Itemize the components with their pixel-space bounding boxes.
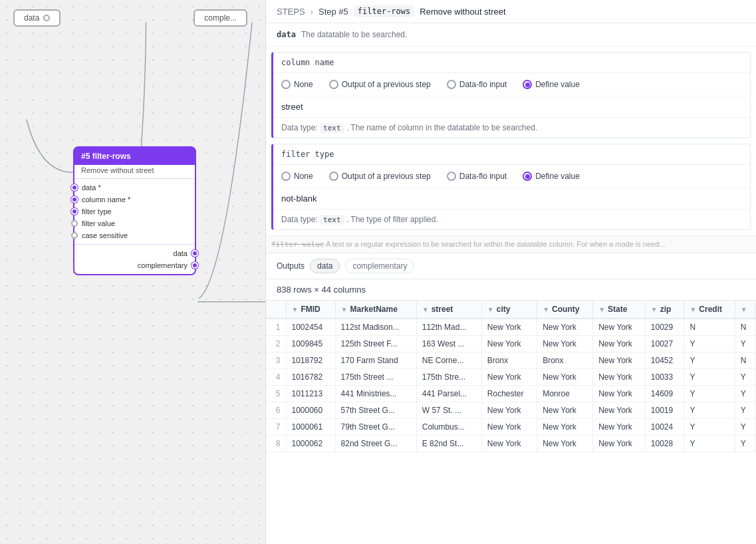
data-description: The datatable to be searched. [301, 30, 407, 39]
filter-icon-credit[interactable]: ▼ [690, 306, 696, 313]
cell-street: 175th Stre... [416, 369, 481, 386]
cell-credit: N [684, 319, 735, 336]
cell-zip: 10024 [645, 419, 684, 436]
filter-type-radio-group: None Output of a previous step Data-flo … [273, 165, 750, 188]
input-dot-filter-value [71, 220, 78, 227]
cell-state: New York [593, 369, 646, 386]
input-filter-value[interactable]: filter value [74, 217, 195, 229]
radio-dataflo-ft[interactable]: Data-flo input [447, 172, 507, 181]
radio-circle-dataflo-ft [447, 172, 456, 181]
radio-none-ft[interactable]: None [281, 172, 313, 181]
radio-circle-define-ft [523, 172, 532, 181]
cell-fmid: 1000060 [286, 402, 335, 419]
filter-icon-marketname[interactable]: ▼ [341, 306, 348, 313]
filter-type-desc: Data type: text . The type of filter app… [273, 209, 750, 229]
col-header-rownum [266, 301, 286, 319]
cell-state: New York [593, 436, 646, 452]
column-name-input[interactable] [273, 96, 750, 118]
col-header-extra[interactable]: ▼ [735, 301, 755, 319]
cell-rownum: 7 [266, 419, 286, 436]
cell-extra: Y [735, 386, 755, 402]
filter-rows-node[interactable]: #5 filter-rows Remove without street dat… [73, 146, 196, 275]
col-header-credit[interactable]: ▼ Credit [684, 301, 735, 319]
cell-rownum: 1 [266, 319, 286, 336]
data-label-row: data The datatable to be searched. [266, 23, 756, 47]
radio-dataflo-col[interactable]: Data-flo input [447, 80, 507, 89]
col-header-street[interactable]: ▼ street [416, 301, 481, 319]
output-dot-data [191, 250, 198, 257]
cell-city: New York [481, 402, 537, 419]
cell-fmid: 1002454 [286, 319, 335, 336]
output-data[interactable]: data [74, 247, 195, 259]
output-tab-complementary[interactable]: complementary [345, 259, 414, 273]
input-case-sensitive[interactable]: case sensitive [74, 229, 195, 241]
radio-define-ft[interactable]: Define value [523, 172, 580, 181]
output-tab-data[interactable]: data [310, 259, 340, 273]
col-header-county[interactable]: ▼ County [537, 301, 593, 319]
cell-city: Rochester [481, 386, 537, 402]
filter-icon-state[interactable]: ▼ [598, 306, 605, 313]
cell-city: New York [481, 436, 537, 452]
data-table: ▼ FMID ▼ MarketName ▼ street [266, 301, 756, 452]
cell-county: Monroe [537, 386, 593, 402]
cell-street: 163 West ... [416, 336, 481, 352]
cell-county: New York [537, 319, 593, 336]
cell-state: New York [593, 419, 646, 436]
cell-state: New York [593, 402, 646, 419]
filter-icon-zip[interactable]: ▼ [651, 306, 658, 313]
input-column-name[interactable]: column name * [74, 194, 195, 205]
cell-city: New York [481, 336, 537, 352]
cell-street: NE Corne... [416, 352, 481, 369]
filter-value-partial: filter value A text or a regular express… [266, 235, 756, 253]
cell-county: New York [537, 436, 593, 452]
cell-extra: N [735, 319, 755, 336]
comple-node[interactable]: comple... [193, 9, 247, 27]
filter-icon-city[interactable]: ▼ [487, 306, 494, 313]
filter-icon-extra[interactable]: ▼ [741, 306, 747, 313]
col-header-marketname[interactable]: ▼ MarketName [335, 301, 416, 319]
filter-type-input[interactable] [273, 188, 750, 209]
table-stats: 838 rows × 44 columns [266, 279, 756, 301]
data-node-dot [43, 15, 50, 21]
radio-define-col[interactable]: Define value [523, 80, 580, 89]
cell-marketname: 79th Street G... [335, 419, 416, 436]
table-area[interactable]: 838 rows × 44 columns ▼ FMID ▼ MarketNam [266, 279, 756, 544]
col-header-fmid[interactable]: ▼ FMID [286, 301, 335, 319]
col-header-state[interactable]: ▼ State [593, 301, 646, 319]
cell-extra: Y [735, 336, 755, 352]
cell-street: 441 Parsel... [416, 386, 481, 402]
cell-marketname: 170 Farm Stand [335, 352, 416, 369]
cell-zip: 10027 [645, 336, 684, 352]
table-row: 2 1009845 125th Street F... 163 West ...… [266, 336, 756, 352]
radio-none-col[interactable]: None [281, 80, 313, 89]
cell-state: New York [593, 386, 646, 402]
input-dot-case [71, 232, 78, 239]
cell-marketname: 57th Street G... [335, 402, 416, 419]
cell-zip: 10029 [645, 319, 684, 336]
table-row: 3 1018792 170 Farm Stand NE Corne... Bro… [266, 352, 756, 369]
cell-street: Columbus... [416, 419, 481, 436]
cell-city: New York [481, 319, 537, 336]
filter-icon-street[interactable]: ▼ [422, 306, 429, 313]
data-node[interactable]: data [13, 9, 61, 27]
step-number: Step #5 [318, 7, 348, 17]
filter-icon-county[interactable]: ▼ [543, 306, 549, 313]
col-header-zip[interactable]: ▼ zip [645, 301, 684, 319]
cell-extra: Y [735, 369, 755, 386]
output-complementary[interactable]: complementary [74, 259, 195, 271]
right-panel: STEPS › Step #5 filter-rows Remove witho… [266, 0, 756, 544]
cell-zip: 14609 [645, 386, 684, 402]
cell-city: New York [481, 419, 537, 436]
breadcrumb: STEPS › Step #5 filter-rows Remove witho… [266, 0, 756, 23]
input-filter-type[interactable]: filter type [74, 205, 195, 217]
filter-icon-fmid[interactable]: ▼ [292, 306, 299, 313]
node-outputs: data complementary [74, 244, 195, 274]
breadcrumb-arrow: › [311, 7, 313, 17]
radio-prev-step-ft[interactable]: Output of a previous step [329, 172, 431, 181]
col-header-city[interactable]: ▼ city [481, 301, 537, 319]
cell-zip: 10452 [645, 352, 684, 369]
input-data[interactable]: data * [74, 182, 195, 194]
radio-circle-none-col [281, 80, 291, 89]
cell-credit: Y [684, 352, 735, 369]
radio-prev-step-col[interactable]: Output of a previous step [329, 80, 431, 89]
